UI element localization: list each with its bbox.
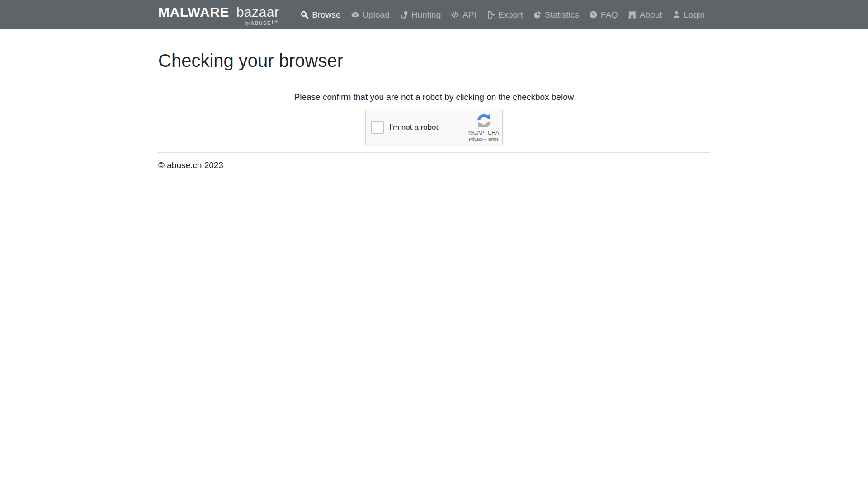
recaptcha-label: I'm not a robot: [389, 123, 438, 132]
nav-item-hunting[interactable]: Hunting: [395, 6, 446, 23]
recaptcha-checkbox[interactable]: [371, 121, 384, 134]
brand-malware: MALWARE: [158, 5, 229, 19]
user-icon: [672, 10, 681, 19]
nav-item-login[interactable]: Login: [667, 6, 710, 23]
nav-item-faq[interactable]: ? FAQ: [584, 6, 623, 23]
recaptcha-branding: reCAPTCHA Privacy - Terms: [469, 113, 498, 141]
links-separator: -: [484, 136, 486, 141]
file-export-icon: [486, 10, 495, 19]
copyright-text: © abuse.ch 2023: [158, 160, 710, 170]
top-navbar: MALWARE bazaar byΛBUSEch Browse Upload H…: [0, 0, 868, 29]
recaptcha-widget: I'm not a robot reCAPTCHA Privacy - Term…: [365, 110, 503, 145]
recaptcha-brand-text: reCAPTCHA: [468, 130, 499, 136]
question-circle-icon: ?: [589, 10, 598, 19]
archway-icon: [628, 10, 637, 19]
cloud-upload-icon: [351, 10, 359, 19]
page: MALWARE bazaar byΛBUSEch Browse Upload H…: [0, 0, 868, 488]
svg-text:?: ?: [592, 12, 595, 17]
terms-link[interactable]: Terms: [487, 136, 499, 141]
recaptcha-links: Privacy - Terms: [469, 136, 498, 141]
nav-item-upload[interactable]: Upload: [346, 6, 395, 23]
nav-item-api[interactable]: API: [446, 6, 481, 23]
privacy-link[interactable]: Privacy: [469, 136, 483, 141]
pie-chart-icon: [533, 10, 542, 19]
brand-bazaar: bazaar: [236, 5, 279, 19]
brand-tagline: byΛBUSEch: [158, 20, 279, 26]
cat-icon: [400, 10, 408, 19]
recaptcha-logo-icon: [476, 113, 491, 128]
page-title: Checking your browser: [158, 50, 710, 71]
nav-item-export[interactable]: Export: [481, 6, 528, 23]
nav-item-about[interactable]: About: [623, 6, 667, 23]
search-icon: [300, 10, 309, 19]
nav-item-statistics[interactable]: Statistics: [528, 6, 584, 23]
code-icon: [451, 10, 459, 19]
main-nav: Browse Upload Hunting API Export Statist…: [295, 6, 710, 23]
brand-logo[interactable]: MALWARE bazaar byΛBUSEch: [158, 4, 279, 26]
footer-divider: [158, 152, 710, 153]
nav-item-browse[interactable]: Browse: [295, 6, 345, 23]
robot-check-instruction: Please confirm that you are not a robot …: [158, 92, 710, 103]
brand-title: MALWARE bazaar: [158, 5, 279, 19]
main-content: Checking your browser Please confirm tha…: [158, 29, 710, 170]
